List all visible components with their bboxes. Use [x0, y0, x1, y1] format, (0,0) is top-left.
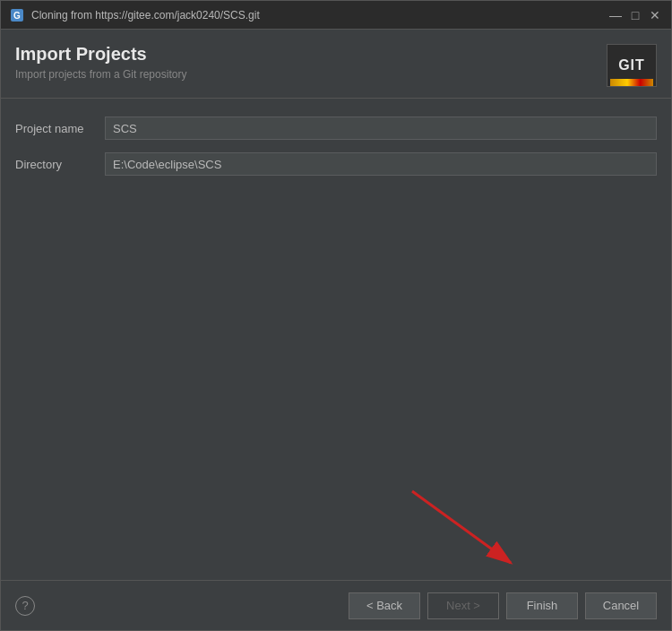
help-button[interactable]: ?: [15, 596, 35, 616]
cancel-button[interactable]: Cancel: [585, 592, 657, 619]
back-button[interactable]: < Back: [349, 592, 420, 619]
help-icon-text: ?: [22, 599, 28, 612]
git-logo-text: GIT: [618, 57, 645, 73]
main-body: [1, 358, 671, 581]
content-area: Import Projects Import projects from a G…: [1, 30, 671, 630]
window-controls: — □ ✕: [608, 8, 662, 22]
header-section: Import Projects Import projects from a G…: [1, 30, 671, 99]
maximize-button[interactable]: □: [628, 8, 642, 22]
page-title: Import Projects: [15, 44, 186, 65]
close-button[interactable]: ✕: [648, 8, 662, 22]
window-title: Cloning from https://gitee.com/jack0240/…: [31, 9, 608, 22]
project-name-input[interactable]: [105, 117, 657, 140]
directory-input[interactable]: [105, 152, 657, 176]
project-name-label: Project name: [15, 122, 105, 135]
header-text: Import Projects Import projects from a G…: [15, 44, 186, 81]
finish-button[interactable]: Finish: [506, 592, 578, 619]
directory-label: Directory: [15, 158, 105, 171]
svg-text:G: G: [13, 11, 21, 21]
button-group: < Back Next > Finish Cancel: [349, 592, 657, 619]
main-window: G Cloning from https://gitee.com/jack024…: [0, 0, 672, 631]
minimize-button[interactable]: —: [608, 8, 623, 22]
page-subtitle: Import projects from a Git repository: [15, 68, 186, 81]
git-logo: GIT: [607, 44, 657, 87]
directory-row: Directory: [15, 152, 657, 176]
next-button: Next >: [427, 592, 499, 619]
form-area: Project name Directory: [1, 99, 671, 358]
title-bar: G Cloning from https://gitee.com/jack024…: [1, 1, 671, 30]
project-name-row: Project name: [15, 117, 657, 140]
window-icon: G: [10, 8, 24, 22]
git-logo-bar: [610, 79, 653, 86]
bottom-bar: ? < Back Next > Finish Cancel: [1, 580, 671, 630]
